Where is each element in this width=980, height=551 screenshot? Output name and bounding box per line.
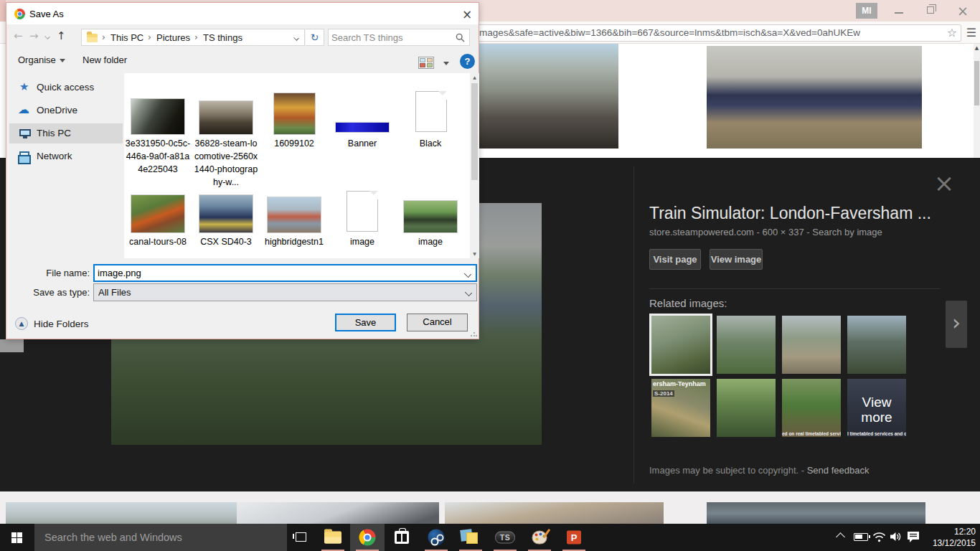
result-image-partial[interactable] bbox=[445, 502, 664, 524]
help-button[interactable]: ? bbox=[460, 54, 475, 69]
recent-locations-chevron-icon[interactable] bbox=[44, 34, 50, 39]
new-folder-button[interactable]: New folder bbox=[83, 55, 127, 65]
dialog-close-icon[interactable]: × bbox=[457, 6, 477, 23]
breadcrumb-this-pc[interactable]: This PC bbox=[110, 32, 143, 43]
visit-page-button[interactable]: Visit page bbox=[649, 249, 701, 270]
file-blank-icon[interactable] bbox=[347, 191, 378, 232]
resize-grip[interactable] bbox=[470, 330, 477, 337]
file-thumbnail[interactable] bbox=[131, 99, 184, 134]
previous-image-button[interactable] bbox=[0, 339, 24, 352]
browser-profile-avatar[interactable]: MI bbox=[856, 3, 877, 19]
sidebar-item-onedrive[interactable]: ☁ OneDrive bbox=[9, 100, 123, 121]
restore-icon[interactable] bbox=[927, 6, 934, 14]
browser-close-icon[interactable]: × bbox=[954, 3, 971, 19]
related-thumb[interactable] bbox=[717, 316, 776, 374]
url-text[interactable]: mages&safe=active&biw=1366&bih=667&sourc… bbox=[479, 27, 931, 39]
view-mode-chevron-icon[interactable] bbox=[443, 62, 449, 65]
breadcrumb-ts-things[interactable]: TS things bbox=[203, 32, 242, 43]
related-thumb[interactable] bbox=[847, 316, 906, 374]
file-thumbnail[interactable] bbox=[336, 123, 389, 132]
file-item[interactable]: Banner bbox=[329, 136, 395, 149]
related-thumb[interactable] bbox=[717, 379, 776, 437]
taskbar-train-simulator[interactable]: TS bbox=[488, 524, 522, 551]
taskbar-search-box[interactable] bbox=[34, 524, 287, 551]
up-icon[interactable]: ↑ bbox=[57, 29, 66, 42]
file-item[interactable]: 36828-steam-locomotive-2560x1440-photogr… bbox=[193, 136, 259, 188]
taskbar-clock[interactable]: 12:20 13/12/2015 bbox=[927, 526, 976, 549]
related-thumb[interactable]: ersham-Teynham S-2014 bbox=[651, 379, 710, 437]
related-thumb-selected[interactable] bbox=[651, 316, 710, 374]
forward-icon[interactable]: → bbox=[29, 29, 39, 42]
scroll-up-icon[interactable]: ▲ bbox=[974, 44, 980, 52]
related-thumb[interactable] bbox=[782, 316, 841, 374]
file-name-input[interactable] bbox=[98, 266, 456, 280]
bookmark-star-icon[interactable]: ☆ bbox=[944, 26, 960, 40]
related-thumb[interactable]: ed on real timetabled servi bbox=[782, 379, 841, 437]
breadcrumb-bar[interactable]: › This PC › Pictures › TS things bbox=[81, 29, 305, 46]
send-feedback-link[interactable]: Send feedback bbox=[807, 465, 870, 476]
file-blank-icon[interactable] bbox=[415, 91, 447, 132]
file-thumbnail[interactable] bbox=[199, 101, 253, 134]
task-view-button[interactable] bbox=[287, 524, 316, 551]
file-item[interactable]: image bbox=[397, 235, 463, 248]
result-image-train-station[interactable] bbox=[475, 44, 618, 149]
result-title[interactable]: Train Simulator: London-Faversham ... bbox=[649, 204, 951, 223]
file-item[interactable]: 3e331950-0c5c-446a-9a0f-a81a4e225043 bbox=[125, 136, 191, 175]
taskbar-paint[interactable] bbox=[522, 524, 557, 551]
view-more-label[interactable]: View more bbox=[847, 395, 906, 425]
file-item[interactable]: CSX SD40-3 bbox=[193, 235, 259, 248]
page-scroll-thumb[interactable] bbox=[974, 61, 979, 105]
dialog-search-box[interactable] bbox=[328, 29, 470, 46]
file-thumbnail[interactable] bbox=[131, 195, 184, 232]
file-item[interactable]: highbridgestn1 bbox=[261, 235, 327, 248]
file-item[interactable]: Black bbox=[397, 136, 463, 149]
list-scroll-up-icon[interactable]: ▲ bbox=[471, 75, 478, 80]
address-dropdown-chevron-icon[interactable] bbox=[293, 35, 299, 41]
action-center-icon[interactable] bbox=[907, 531, 920, 543]
wifi-icon[interactable] bbox=[872, 532, 886, 542]
view-mode-icon[interactable] bbox=[418, 57, 434, 69]
organise-menu[interactable]: Organise bbox=[18, 55, 65, 65]
browser-menu-icon[interactable]: ☰ bbox=[964, 27, 979, 39]
refresh-button[interactable]: ↻ bbox=[306, 29, 324, 46]
file-name-field[interactable] bbox=[93, 264, 477, 282]
save-as-type-chevron-icon[interactable] bbox=[465, 289, 472, 296]
panel-close-icon[interactable]: × bbox=[931, 171, 957, 197]
file-list-scroll-thumb[interactable] bbox=[471, 83, 478, 180]
taskbar-sticky-notes[interactable] bbox=[453, 524, 488, 551]
search-icon[interactable] bbox=[456, 33, 465, 42]
file-thumbnail[interactable] bbox=[268, 197, 321, 232]
result-image-train-sideview[interactable] bbox=[707, 46, 922, 149]
view-image-button[interactable]: View image bbox=[710, 249, 763, 270]
file-name-dropdown-chevron-icon[interactable] bbox=[464, 270, 471, 278]
next-image-button[interactable]: › bbox=[946, 301, 967, 348]
dialog-titlebar[interactable]: Save As × bbox=[6, 3, 479, 24]
taskbar-chrome[interactable] bbox=[350, 524, 385, 551]
file-item[interactable]: 16099102 bbox=[261, 136, 327, 149]
file-item[interactable]: image bbox=[329, 235, 395, 248]
file-thumbnail[interactable] bbox=[404, 201, 457, 232]
save-as-type-select[interactable]: All Files bbox=[93, 283, 477, 301]
start-button[interactable] bbox=[0, 524, 34, 551]
related-thumb-view-more[interactable]: View more l timetabled services and oper… bbox=[847, 379, 906, 437]
back-icon[interactable]: ← bbox=[14, 29, 23, 42]
hide-folders-button[interactable]: ▲ Hide Folders bbox=[15, 316, 108, 332]
list-scroll-down-icon[interactable]: ▼ bbox=[471, 251, 478, 256]
taskbar-file-explorer[interactable] bbox=[316, 524, 350, 551]
result-image-partial[interactable] bbox=[237, 502, 439, 524]
taskbar-steam[interactable] bbox=[419, 524, 453, 551]
cancel-button[interactable]: Cancel bbox=[407, 314, 468, 331]
taskbar-powerpoint[interactable]: P bbox=[557, 524, 591, 551]
result-image-partial[interactable] bbox=[6, 502, 237, 524]
save-button[interactable]: Save bbox=[335, 314, 396, 331]
taskbar-search-input[interactable] bbox=[44, 529, 281, 545]
speaker-icon[interactable] bbox=[890, 531, 903, 542]
minimize-icon[interactable] bbox=[895, 12, 903, 14]
file-thumbnail[interactable] bbox=[199, 195, 253, 232]
sidebar-item-this-pc[interactable]: This PC bbox=[9, 123, 123, 143]
file-thumbnail[interactable] bbox=[274, 93, 315, 134]
battery-icon[interactable] bbox=[854, 533, 868, 541]
sidebar-item-quick-access[interactable]: ★ Quick access bbox=[9, 77, 123, 98]
file-item[interactable]: canal-tours-08 bbox=[125, 235, 191, 248]
dialog-search-input[interactable] bbox=[331, 30, 452, 44]
